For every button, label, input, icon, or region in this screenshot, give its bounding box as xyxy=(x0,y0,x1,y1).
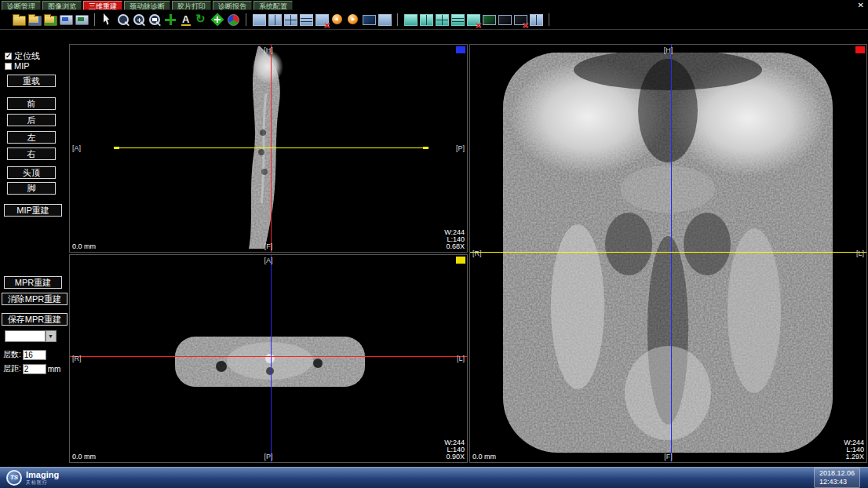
zoom-icon[interactable] xyxy=(116,13,130,27)
zoom-in-icon[interactable] xyxy=(132,13,146,27)
menu-bar: 诊断管理 图像浏览 三维重建 颈动脉诊断 胶片打印 诊断报告 系统配置 ✕ xyxy=(0,0,868,10)
crosshair-vertical-line[interactable] xyxy=(271,45,272,252)
right-button[interactable]: 右 xyxy=(7,147,56,160)
color-wheel-icon[interactable] xyxy=(226,13,240,27)
window-level-readout: W:244 L:140 0.68X xyxy=(444,229,465,250)
grid-single-icon[interactable] xyxy=(403,13,418,27)
close-icon[interactable]: ✕ xyxy=(858,1,864,9)
orientation-label-top: [H] xyxy=(264,46,273,54)
orientation-label-bottom: [F] xyxy=(664,453,673,461)
layout-grid-icon[interactable] xyxy=(283,13,297,27)
head-button[interactable]: 头顶 xyxy=(7,166,56,179)
mpr-save-button[interactable]: 保存MPR重建 xyxy=(2,313,67,326)
crosshair-horizontal-line[interactable] xyxy=(70,356,467,357)
tab-system-config[interactable]: 系统配置 xyxy=(253,1,293,10)
layout-close-icon[interactable] xyxy=(315,13,329,27)
phase-next-icon[interactable] xyxy=(346,13,360,27)
tab-diagnosis-management[interactable]: 诊断管理 xyxy=(2,1,41,10)
layout-single-icon[interactable] xyxy=(252,13,266,27)
rotate-icon[interactable] xyxy=(195,13,209,27)
slice-gap-label: 层距: xyxy=(3,363,21,374)
locator-lines-checkbox[interactable]: 定位线 xyxy=(5,50,40,62)
slice-gap-field: 层距: mm xyxy=(3,363,60,374)
mip-checkbox[interactable]: MIP xyxy=(5,61,30,71)
mip-label: MIP xyxy=(14,61,30,71)
tab-image-browse[interactable]: 图像浏览 xyxy=(42,1,82,10)
checkbox-checked-icon[interactable] xyxy=(5,53,12,60)
monitor-dark-icon[interactable] xyxy=(498,13,512,27)
crosshair-horizontal-line[interactable] xyxy=(119,147,425,148)
orientation-label-left: [R] xyxy=(72,355,82,362)
move-icon[interactable] xyxy=(210,13,224,27)
viewport-corner-indicator xyxy=(456,46,465,53)
grid-rows-icon[interactable] xyxy=(450,13,465,27)
slice-gap-input[interactable] xyxy=(23,364,46,374)
annotation-icon[interactable] xyxy=(179,13,193,27)
window-alt-icon[interactable] xyxy=(377,13,392,27)
print-device-icon[interactable] xyxy=(75,13,89,27)
export-folder-icon[interactable] xyxy=(43,13,57,27)
mpr-clear-button[interactable]: 消除MPR重建 xyxy=(2,293,67,305)
locator-lines-label: 定位线 xyxy=(14,50,40,62)
logo-text: Imaging 天松医疗 xyxy=(26,471,59,486)
line-handle-right[interactable] xyxy=(423,147,429,149)
datetime-display: 2018.12.06 12:43:43 xyxy=(814,468,860,488)
monitor-icon[interactable] xyxy=(482,13,496,27)
import-folder-icon[interactable] xyxy=(27,13,42,27)
reload-button[interactable]: 重载 xyxy=(7,75,56,87)
crosshair-vertical-line[interactable] xyxy=(271,255,272,462)
zoom-value: 0.68X xyxy=(444,243,465,250)
back-button[interactable]: 后 xyxy=(7,114,56,126)
pan-icon[interactable] xyxy=(163,13,177,27)
logo-mark-icon: TS xyxy=(6,470,22,486)
select-value-box[interactable] xyxy=(5,330,46,342)
mpr-series-select[interactable] xyxy=(5,330,57,342)
zoom-value: 0.90X xyxy=(444,453,465,461)
logo-subtitle: 天松医疗 xyxy=(26,479,59,486)
layout-columns-icon[interactable] xyxy=(268,13,282,27)
position-readout: 0.0 mm xyxy=(72,453,96,461)
foot-button[interactable]: 脚 xyxy=(7,182,56,195)
grid-columns-icon[interactable] xyxy=(419,13,433,27)
front-button[interactable]: 前 xyxy=(7,97,56,110)
zoom-region-icon[interactable] xyxy=(148,13,162,27)
status-bar: TS Imaging 天松医疗 2018.12.06 12:43:43 xyxy=(0,467,868,488)
grid-grid-icon[interactable] xyxy=(435,13,449,27)
tab-film-print[interactable]: 胶片打印 xyxy=(172,1,211,10)
crosshair-vertical-line[interactable] xyxy=(671,45,672,462)
main-area: 定位线 MIP 重载 前 后 左 右 头顶 脚 MIP重建 MPR重建 消除MP… xyxy=(0,30,868,467)
tool-sidebar: 定位线 MIP 重载 前 后 左 右 头顶 脚 MIP重建 MPR重建 消除MP… xyxy=(0,30,69,467)
phase-prev-icon[interactable] xyxy=(330,13,345,27)
open-folder-icon[interactable] xyxy=(12,13,26,27)
mpr-rebuild-button[interactable]: MPR重建 xyxy=(4,276,62,289)
scan-device-icon[interactable] xyxy=(59,13,73,27)
window-level-readout: W:244 L:140 1.29X xyxy=(844,439,864,461)
checkbox-unchecked-icon[interactable] xyxy=(5,63,12,70)
tab-carotid-diagnosis[interactable]: 颈动脉诊断 xyxy=(124,1,170,10)
toolbar-separator xyxy=(397,13,398,26)
tab-3d-reconstruction[interactable]: 三维重建 xyxy=(83,1,122,10)
monitor-close-icon[interactable] xyxy=(513,13,527,27)
zoom-value: 1.29X xyxy=(844,453,864,461)
toolbar-separator xyxy=(94,13,95,26)
crosshair-horizontal-line[interactable] xyxy=(470,252,866,253)
grid-close-icon[interactable] xyxy=(466,13,480,27)
panel-icon[interactable] xyxy=(529,13,543,27)
orientation-label-right: [L] xyxy=(856,249,864,257)
chevron-down-icon[interactable] xyxy=(46,330,57,342)
window-icon[interactable] xyxy=(362,13,376,27)
slice-count-input[interactable] xyxy=(23,350,46,360)
viewport-axial[interactable]: [A] [R] [L] [P] W:244 L:140 0.90X 0.0 mm xyxy=(69,254,468,463)
cursor-icon[interactable] xyxy=(100,13,115,27)
left-button[interactable]: 左 xyxy=(7,131,56,144)
viewport-coronal[interactable]: [H] [R] [L] [F] W:244 L:140 1.29X 0.0 mm xyxy=(469,44,867,463)
line-handle-left[interactable] xyxy=(114,147,119,149)
mip-rebuild-button[interactable]: MIP重建 xyxy=(4,204,62,217)
toolbar xyxy=(0,10,868,30)
logo-title: Imaging xyxy=(26,471,59,479)
tab-diagnosis-report[interactable]: 诊断报告 xyxy=(213,1,252,10)
layout-rows-icon[interactable] xyxy=(299,13,313,27)
window-level-readout: W:244 L:140 0.90X xyxy=(444,439,465,461)
viewport-sagittal[interactable]: [H] [A] [P] [F] W:244 L:140 0.68X 0.0 mm xyxy=(69,44,468,253)
position-readout: 0.0 mm xyxy=(72,242,96,250)
